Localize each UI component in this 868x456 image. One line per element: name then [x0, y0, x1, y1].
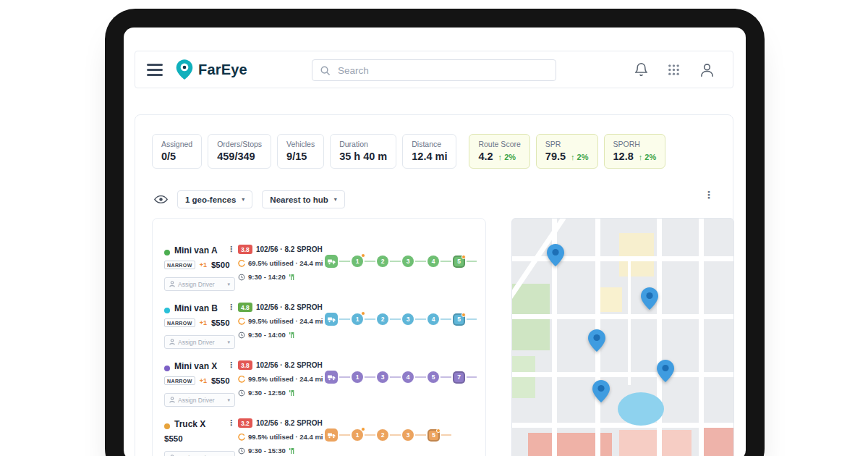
stat-card-distance: Distance 12.4 mi: [402, 134, 456, 169]
vehicle-utilisation-line: 99.5% utilised · 24.4 mi: [238, 375, 323, 383]
stat-label: Assigned: [161, 140, 192, 148]
sort-filter-dropdown[interactable]: Nearest to hub ▾: [262, 190, 345, 208]
route-stop-node[interactable]: 2: [377, 313, 388, 325]
profile-icon[interactable]: [699, 62, 715, 78]
map-pin[interactable]: [547, 244, 564, 266]
route-stop-node[interactable]: 5: [453, 256, 465, 268]
stat-label: Route Score: [478, 140, 520, 148]
route-stop-node[interactable]: 3: [402, 256, 414, 267]
apps-grid-icon[interactable]: [668, 64, 680, 76]
search-input[interactable]: [336, 64, 548, 77]
stop-alert-dot: [361, 427, 365, 431]
vehicle-tag-extra[interactable]: +1: [200, 319, 207, 326]
stat-value: 12.4 mi: [412, 151, 447, 162]
map-pins: [512, 219, 733, 456]
vehicle-name: Truck X: [174, 419, 205, 429]
assign-driver-label: Assign Driver: [178, 397, 215, 404]
route-start-truck-icon[interactable]: [325, 428, 338, 442]
vehicle-row: Mini van A ⋮ NARROW +1 $500 Assign Drive…: [153, 243, 485, 301]
map-panel[interactable]: [511, 218, 734, 456]
vehicle-list: Mini van A ⋮ NARROW +1 $500 Assign Drive…: [152, 218, 486, 456]
vehicle-utilisation-line: 69.5% utilised · 24.4 mi: [238, 259, 323, 267]
vehicle-row: Mini van X ⋮ NARROW +1 $550 Assign Drive…: [153, 359, 485, 417]
vehicle-utilisation-line: 99.5% utilised · 24.4 mi: [238, 433, 323, 441]
route-timeline[interactable]: 13457: [325, 371, 465, 384]
route-timeline[interactable]: 12345: [325, 313, 465, 326]
brand-name: FarEye: [198, 62, 247, 78]
map-pin[interactable]: [588, 329, 605, 352]
fareye-pin-icon: [175, 59, 194, 80]
route-stop-node[interactable]: 2: [377, 256, 388, 267]
route-timeline[interactable]: 12345: [325, 255, 465, 268]
stat-label: SPR: [545, 140, 589, 148]
route-stop-node[interactable]: 1: [352, 256, 363, 267]
route-stop-node[interactable]: 4: [427, 313, 439, 325]
vehicle-time-line: 9:30 - 14:20: [238, 273, 294, 281]
route-start-truck-icon[interactable]: [325, 255, 338, 268]
vehicle-tags: NARROW +1 $500: [164, 261, 230, 269]
vehicle-tag: NARROW: [164, 318, 195, 327]
app-screen: FarEye: [124, 28, 746, 456]
vehicle-kebab-icon[interactable]: ⋮: [227, 245, 235, 254]
hamburger-menu-icon[interactable]: [147, 64, 163, 76]
panel-kebab-icon[interactable]: ⋮: [704, 189, 714, 200]
route-stop-node[interactable]: 4: [427, 256, 439, 267]
assign-driver-dropdown[interactable]: Assign Driver ▾: [164, 335, 235, 349]
route-start-truck-icon[interactable]: [325, 371, 338, 384]
visibility-eye-icon[interactable]: [154, 195, 168, 204]
map-pin[interactable]: [657, 360, 674, 382]
stat-value: 35 h 40 m: [339, 151, 387, 162]
assign-driver-dropdown[interactable]: Assign Driver ▾: [164, 451, 235, 456]
vehicle-price: $500: [211, 261, 230, 269]
brand-logo[interactable]: FarEye: [175, 59, 247, 80]
stat-value: 4.2: [478, 151, 493, 162]
route-stop-node[interactable]: 5: [427, 371, 439, 383]
vehicle-stats-line: 102/56 · 8.2 SPROH: [256, 419, 323, 427]
vehicle-tag-extra[interactable]: +1: [200, 261, 207, 269]
vehicle-kebab-icon[interactable]: ⋮: [227, 418, 235, 428]
map-pin[interactable]: [592, 380, 610, 402]
assign-driver-dropdown[interactable]: Assign Driver ▾: [164, 277, 235, 291]
route-stop-node[interactable]: 5: [453, 313, 465, 326]
map-pin[interactable]: [641, 287, 658, 310]
vehicle-price: $550: [211, 376, 230, 385]
route-stop-node[interactable]: 1: [352, 371, 363, 383]
route-stop-node[interactable]: 3: [377, 371, 388, 383]
route-stop-node[interactable]: 1: [352, 313, 363, 325]
vehicle-time-line: 9:30 - 15:30: [238, 447, 294, 455]
chevron-down-icon: ▾: [227, 339, 230, 345]
route-stop-node[interactable]: 1: [352, 429, 363, 441]
vehicle-tag-extra[interactable]: +1: [200, 377, 207, 384]
route-stop-node[interactable]: 3: [402, 313, 414, 325]
route-stop-node[interactable]: 4: [402, 371, 414, 383]
route-stop-node[interactable]: 7: [453, 371, 465, 384]
rating-badge: 3.8: [238, 245, 252, 254]
stop-alert-dot: [461, 255, 466, 259]
rating-badge: 4.8: [238, 303, 252, 312]
geofence-filter-dropdown[interactable]: 1 geo-fences ▾: [177, 190, 252, 208]
notifications-bell-icon[interactable]: [634, 62, 649, 77]
route-stop-node[interactable]: 5: [427, 429, 440, 442]
stat-value: 79.5: [545, 151, 566, 162]
sort-filter-label: Nearest to hub: [270, 195, 328, 204]
assign-driver-dropdown[interactable]: Assign Driver ▾: [164, 393, 235, 407]
chevron-down-icon: ▾: [334, 196, 337, 203]
stat-card-assigned: Assigned 0/5: [152, 134, 202, 169]
stat-label: Duration: [339, 140, 387, 148]
clock-icon: [238, 447, 245, 455]
route-stop-node[interactable]: 2: [377, 429, 388, 441]
stat-delta: ↑ 2%: [639, 153, 656, 161]
vehicle-name: Mini van A: [174, 245, 218, 256]
vehicle-tags: NARROW +1 $550: [164, 318, 230, 327]
route-stop-node[interactable]: 3: [402, 429, 414, 441]
vehicle-time-line: 9:30 - 12:50: [238, 389, 294, 397]
route-start-truck-icon[interactable]: [325, 313, 338, 326]
search-box[interactable]: [312, 59, 556, 81]
vehicle-price: $550: [211, 318, 230, 327]
route-timeline[interactable]: 1235: [325, 428, 440, 442]
search-icon: [320, 65, 331, 76]
vehicle-kebab-icon[interactable]: ⋮: [227, 303, 235, 312]
vehicle-kebab-icon[interactable]: ⋮: [227, 360, 235, 370]
stat-card-sporh: SPORH 12.8 ↑ 2%: [604, 134, 666, 169]
driver-icon: [169, 397, 175, 403]
